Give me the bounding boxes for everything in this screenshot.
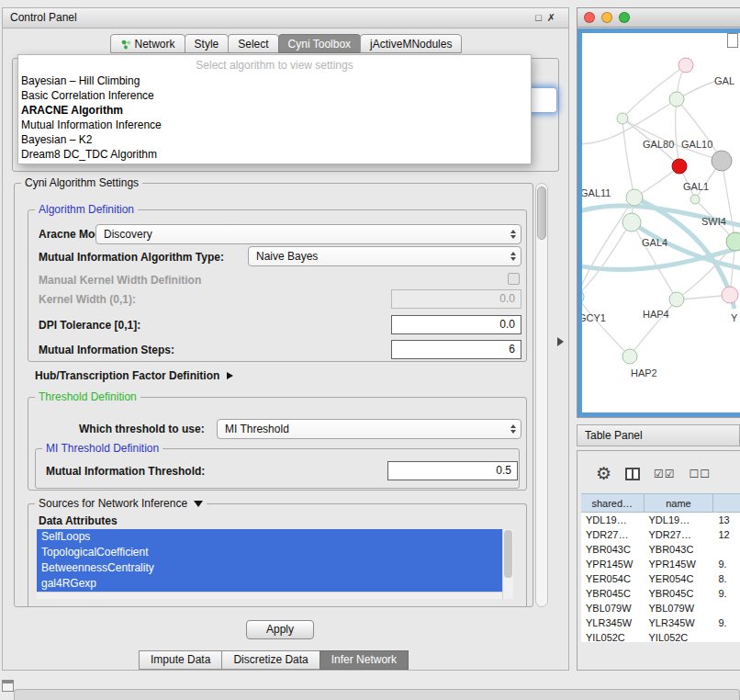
network-node-hap2[interactable] [622, 349, 637, 364]
network-edge [676, 99, 679, 166]
network-node[interactable] [726, 232, 740, 251]
mi-type-label: Mutual Information Algorithm Type: [39, 251, 224, 264]
data-attributes-list[interactable]: SelfLoopsTopologicalCoefficientBetweenne… [37, 529, 513, 599]
algorithm-option-bayesian-hill-climbing[interactable]: Bayesian – Hill Climbing [18, 73, 531, 88]
network-node[interactable] [678, 58, 693, 73]
network-node[interactable] [712, 151, 732, 171]
splitter-collapse-icon[interactable] [557, 337, 564, 346]
which-threshold-select[interactable]: MI Threshold [217, 419, 521, 439]
table-cell: 9. [713, 557, 740, 571]
attribute-betweennesscentrality[interactable]: BetweennessCentrality [37, 560, 513, 576]
kernel-width-label: Kernel Width (0,1): [39, 293, 136, 306]
bottom-tab-discretize-data[interactable]: Discretize Data [221, 650, 320, 670]
column-header-shared[interactable]: shared… [581, 494, 645, 512]
attribute-selfloops[interactable]: SelfLoops [37, 529, 513, 545]
network-node-gal1[interactable] [690, 195, 700, 204]
bottom-tab-impute-data[interactable]: Impute Data [139, 650, 222, 670]
network-node-hap4[interactable] [669, 292, 684, 307]
close-button[interactable] [584, 12, 595, 23]
bottom-tab-infer-network[interactable]: Infer Network [320, 650, 409, 670]
dpi-tolerance-field[interactable]: 0.0 [391, 315, 521, 334]
apply-button[interactable]: Apply [246, 620, 314, 639]
network-node[interactable] [617, 113, 628, 124]
network-node-gal10[interactable] [672, 159, 687, 174]
algorithm-option-dream8-dc-tdc-algorithm[interactable]: Dream8 DC_TDC Algorithm [18, 147, 531, 162]
node-label-gal11: GAL11 [582, 187, 611, 198]
tab-label: Style [195, 38, 219, 51]
data-attributes-label: Data Attributes [39, 514, 118, 527]
scrollbar-thumb[interactable] [537, 186, 546, 240]
network-edge [582, 81, 716, 144]
table-body: YDL19…YDL19…13YDR27…YDR27…12YBR043CYBR04… [581, 513, 740, 642]
table-cell: YDL19… [645, 513, 714, 527]
table-row[interactable]: YPR145WYPR145W9. [581, 557, 740, 571]
mi-threshold-field[interactable]: 0.5 [387, 461, 518, 480]
table-row[interactable]: YBL079WYBL079W [581, 601, 740, 615]
algorithm-option-bayesian-k2[interactable]: Bayesian – K2 [18, 132, 531, 147]
control-panel-titlebar[interactable]: Control Panel □✗ [3, 8, 568, 28]
table-cell: 8. [713, 571, 740, 586]
column-header-name[interactable]: name [645, 494, 714, 512]
table-cell: YLR345W [581, 615, 645, 630]
column-layout-icon[interactable] [625, 468, 640, 480]
network-window-titlebar[interactable] [577, 8, 740, 28]
table-cell: YDR27… [581, 527, 645, 542]
table-cell: YER054C [645, 571, 714, 586]
tab-cyni-toolbox[interactable]: Cyni Toolbox [278, 34, 361, 53]
attributes-vertical-scrollbar[interactable] [502, 529, 513, 599]
algorithm-option-aracne-algorithm[interactable]: ARACNE Algorithm [18, 103, 531, 118]
network-node-gcy1[interactable] [582, 289, 584, 304]
settings-vertical-scrollbar[interactable] [535, 183, 548, 607]
minimized-window-icon[interactable] [2, 680, 14, 692]
settings-gear-icon[interactable]: ⚙ [596, 464, 611, 484]
table-row[interactable]: YBR045CYBR045C9. [581, 586, 740, 601]
attribute-gal4rgexp[interactable]: gal4RGexp [37, 576, 513, 592]
table-panel-titlebar[interactable]: Table Panel [577, 424, 740, 446]
table-cell: YBR043C [581, 542, 645, 557]
kernel-width-field[interactable]: 0.0 [391, 289, 521, 309]
tab-jactivemnodules[interactable]: jActiveMNodules [360, 34, 462, 53]
table-row[interactable]: YIL052CYIL052C [581, 630, 740, 642]
hub-definition-toggle[interactable]: Hub/Transcription Factor Definition [35, 369, 233, 382]
hide-columns-icon[interactable]: ☐☐ [690, 468, 712, 480]
network-focus-frame: GALGAL80GAL10GAL11GAL1SWI4GAL4GCY1HAP4YH… [577, 28, 740, 417]
table-row[interactable]: YBR043CYBR043C [581, 542, 740, 557]
show-selected-columns-icon[interactable]: ☑☑ [654, 468, 676, 480]
tab-style[interactable]: Style [185, 34, 230, 53]
algorithm-option-basic-correlation-inference[interactable]: Basic Correlation Inference [18, 88, 531, 103]
network-node[interactable] [722, 287, 738, 303]
attribute-topologicalcoefficient[interactable]: TopologicalCoefficient [37, 545, 513, 560]
algorithm-option-mutual-information-inference[interactable]: Mutual Information Inference [18, 118, 531, 132]
canvas-scroll-corner[interactable] [727, 33, 738, 48]
network-canvas[interactable]: GALGAL80GAL10GAL11GAL1SWI4GAL4GCY1HAP4YH… [582, 33, 740, 412]
network-icon [120, 39, 131, 50]
mi-type-select[interactable]: Naive Bayes [248, 246, 521, 266]
scrollbar-thumb[interactable] [504, 530, 512, 578]
aracne-mode-select[interactable]: Discovery [95, 224, 521, 244]
attributes-horizontal-scrollbar[interactable] [37, 592, 502, 599]
sources-toggle[interactable]: Sources for Network Inference [35, 497, 207, 510]
minimize-button[interactable] [601, 12, 612, 23]
table-panel-title: Table Panel [585, 429, 643, 442]
expand-right-icon[interactable] [227, 372, 233, 379]
column-header-col2[interactable] [713, 494, 740, 512]
zoom-button[interactable] [619, 12, 630, 23]
manual-kernel-checkbox[interactable] [508, 273, 520, 285]
network-edge [582, 222, 632, 297]
dpi-tolerance-label: DPI Tolerance [0,1]: [39, 319, 140, 332]
network-node[interactable] [669, 92, 684, 107]
tab-network[interactable]: Network [110, 34, 185, 53]
table-row[interactable]: YER054CYER054C8. [581, 571, 740, 586]
table-cell: YIL052C [581, 630, 645, 642]
table-row[interactable]: YLR345WYLR345W9. [581, 615, 740, 630]
table-row[interactable]: YDR27…YDR27…12 [581, 527, 740, 542]
mi-steps-field[interactable]: 6 [391, 340, 521, 359]
table-row[interactable]: YDL19…YDL19…13 [581, 513, 740, 527]
table-cell: YBR043C [645, 542, 714, 557]
network-node-gal4[interactable] [622, 213, 641, 231]
tab-select[interactable]: Select [228, 34, 278, 53]
float-window-icon[interactable]: □ [535, 12, 547, 23]
close-panel-icon[interactable]: ✗ [547, 12, 561, 23]
collapse-down-icon[interactable] [194, 501, 203, 507]
network-node-gal11[interactable] [626, 189, 643, 206]
